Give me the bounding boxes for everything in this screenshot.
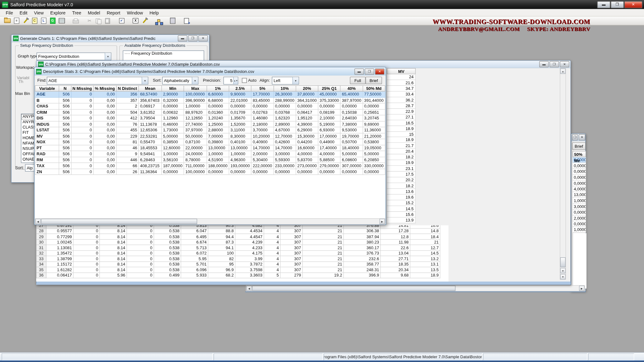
data-cell[interactable]: 68.2 <box>208 272 235 278</box>
menu-edit[interactable]: Edit <box>16 9 31 16</box>
maximize-button[interactable]: ❐ <box>550 61 559 68</box>
data-cell[interactable]: 0.538 <box>154 228 181 234</box>
data-cell[interactable]: 0.538 <box>154 261 181 267</box>
data-grid-row[interactable]: 351.6128208.1400.5386.09696.93.759843072… <box>36 267 440 273</box>
data-cell[interactable]: 376.88 <box>344 225 381 228</box>
data-cell[interactable]: 18.9 <box>410 272 440 278</box>
mv-value-cell[interactable]: 19.6 <box>387 195 415 200</box>
data-cell[interactable]: 0 <box>73 234 100 239</box>
data-cell[interactable]: 307 <box>280 245 303 250</box>
data-cell[interactable]: 95 <box>208 261 235 267</box>
data-cell[interactable]: 96.9 <box>208 267 235 273</box>
mv-value-cell[interactable]: 27.1 <box>387 114 415 120</box>
data-cell[interactable]: 0.538 <box>154 245 181 250</box>
stats2-value-cell[interactable]: 1,00000 <box>573 198 586 204</box>
mv-value-cell[interactable]: 15.6 <box>387 212 415 217</box>
stats-row[interactable]: MV50600,0022922,532815,0000050,000007,00… <box>35 133 385 139</box>
data-cell[interactable]: 307 <box>280 261 303 267</box>
menu-window[interactable]: Window <box>124 9 146 16</box>
stats-title-bar[interactable]: SPM Descriptive Stats 3: C:\Program File… <box>35 67 386 76</box>
data-cell[interactable]: 0.538 <box>154 225 181 228</box>
close-button[interactable]: ✕ <box>624 1 642 8</box>
data-cell[interactable]: 0.538 <box>154 256 181 261</box>
scroll-left-icon[interactable]: ◀ <box>247 286 252 291</box>
data-cell[interactable]: 248.31 <box>344 267 381 273</box>
data-cell[interactable]: 0.95577 <box>46 228 73 234</box>
data-cell[interactable]: 3.3603 <box>235 272 264 278</box>
maximize-button[interactable]: ❐ <box>188 35 197 41</box>
data-cell[interactable]: 94.1 <box>208 245 235 250</box>
data-grid-row[interactable]: 331.3879908.1400.5385.95823.99430721232.… <box>36 256 440 261</box>
stats2-value-cell[interactable]: 0,00000 <box>573 163 586 169</box>
data-grid-row[interactable]: 290.7729908.1400.5386.49594.44.454743072… <box>36 234 440 239</box>
list-item[interactable]: ···· Frequency Distribution <box>123 51 204 56</box>
column-header-mean[interactable]: Mean <box>139 85 162 91</box>
data-cell[interactable]: 6.096 <box>181 267 208 273</box>
data-grid-row[interactable]: 311.1308108.1400.5385.71394.14.233430721… <box>36 245 440 250</box>
data-cell[interactable]: 90.3 <box>208 225 235 228</box>
scrollbar-thumb[interactable] <box>252 286 456 291</box>
menu-view[interactable]: View <box>31 9 47 16</box>
data-cell[interactable]: 0.538 <box>154 250 181 256</box>
chevron-down-icon[interactable]: ▼ <box>292 77 299 84</box>
data-cell[interactable]: 0 <box>73 256 100 261</box>
data-cell[interactable]: 21 <box>303 256 344 261</box>
data-grid-row[interactable]: 321.3547208.1400.5386.0721004.1754307213… <box>36 250 440 256</box>
mv-value-cell[interactable]: 36.2 <box>387 97 415 103</box>
chevron-down-icon[interactable]: ▼ <box>192 77 198 84</box>
scroll-up-icon[interactable]: ▲ <box>560 69 566 74</box>
brief-button[interactable]: Brief <box>572 142 586 150</box>
stats2-value-cell[interactable]: 0,00000 <box>573 180 586 186</box>
data-cell[interactable]: 5.813 <box>181 225 208 228</box>
data-cell[interactable]: 21 <box>303 267 344 273</box>
stats2-value-cell[interactable]: 0,00000 <box>573 169 586 175</box>
stats-row[interactable]: RM50600,004466,284633,561008,780004,5190… <box>35 157 385 163</box>
data-cell[interactable]: 6.674 <box>181 239 208 245</box>
data-cell[interactable]: 376.73 <box>344 250 381 256</box>
data-cell[interactable]: 8.14 <box>100 245 127 250</box>
data-cell[interactable]: 307 <box>280 228 303 234</box>
data-cell[interactable]: 21 <box>303 234 344 239</box>
data-cell[interactable]: 8.14 <box>100 250 127 256</box>
data-cell[interactable]: 5.713 <box>181 245 208 250</box>
data-cell[interactable]: 8.14 <box>100 228 127 234</box>
data-cell[interactable]: 88.8 <box>208 228 235 234</box>
row-header-cell[interactable]: 27 <box>36 225 46 228</box>
stats2-horizontal-scrollbar[interactable]: ◀ ▶ <box>246 285 585 292</box>
data-cell[interactable]: 4 <box>264 261 280 267</box>
data-cell[interactable]: 5.95 <box>181 256 208 261</box>
data-cell[interactable]: 4.233 <box>235 245 264 250</box>
column-header-10-[interactable]: 10% <box>274 85 296 91</box>
stats-row[interactable]: CRIM50600,005043,613520,0063288,976200,0… <box>35 109 385 115</box>
stats-row[interactable]: PT50600,004618,4555312,6000022,0000013,0… <box>35 145 385 151</box>
mv-value-cell[interactable]: 14.5 <box>387 206 415 212</box>
data-cell[interactable]: 21 <box>303 250 344 256</box>
data-cell[interactable]: 0 <box>127 239 154 245</box>
mv-value-cell[interactable]: 34.7 <box>387 86 415 91</box>
data-cell[interactable]: 19.2 <box>303 272 344 278</box>
column-header-1-[interactable]: 1% <box>207 85 229 91</box>
data-cell[interactable]: 0 <box>73 250 100 256</box>
data-cell[interactable]: 21 <box>303 261 344 267</box>
data-cell[interactable]: 21 <box>303 225 344 228</box>
data-cell[interactable]: 1.35472 <box>46 250 73 256</box>
data-cell[interactable]: 18.4 <box>410 234 440 239</box>
stats-row[interactable]: CHAS50600,0020,069170,000001,000000,0000… <box>35 103 385 109</box>
data-cell[interactable]: 3.99 <box>235 256 264 261</box>
data-cell[interactable]: 13.2 <box>410 256 440 261</box>
spinner-arrows-icon[interactable]: ▲▼ <box>233 77 238 84</box>
auto-checkbox[interactable] <box>242 78 247 83</box>
data-grid-row[interactable]: 301.0024508.1400.5386.67487.34.239430721… <box>36 239 440 245</box>
vertical-scrollbar[interactable]: ▲ ▼ ▼ <box>560 68 566 280</box>
data-cell[interactable]: 307 <box>280 225 303 228</box>
stats2-value-cell[interactable]: 3,00000 <box>573 204 586 210</box>
data-cell[interactable]: 6.072 <box>181 250 208 256</box>
mv-value-cell[interactable]: 18.9 <box>387 137 415 143</box>
data-cell[interactable]: 0 <box>73 272 100 278</box>
data-cell[interactable]: 358.77 <box>344 261 381 267</box>
data-cell[interactable]: 0 <box>127 261 154 267</box>
row-header-cell[interactable]: 29 <box>36 234 46 239</box>
minimize-button[interactable]: ▬ <box>597 1 610 8</box>
data-cell[interactable]: 4.682 <box>235 225 264 228</box>
data-cell[interactable]: 4 <box>264 267 280 273</box>
